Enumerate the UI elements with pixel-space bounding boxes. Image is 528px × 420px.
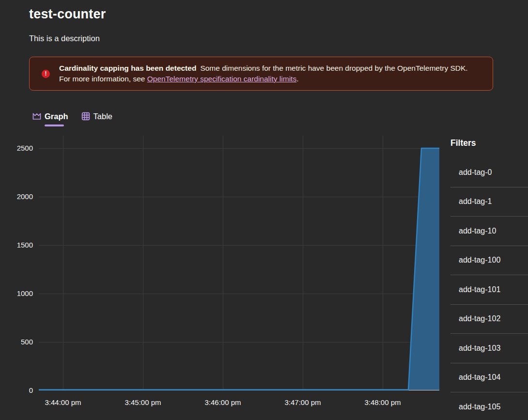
filter-item-add-tag-103[interactable]: add-tag-103	[450, 334, 528, 363]
filter-item-add-tag-101[interactable]: add-tag-101	[450, 275, 528, 305]
tab-table[interactable]: Table	[81, 109, 113, 126]
y-tick-label: 500	[0, 338, 33, 346]
filter-item-add-tag-102[interactable]: add-tag-102	[450, 305, 528, 334]
series-area	[39, 136, 439, 390]
banner-line2-suffix: .	[296, 75, 298, 83]
x-tick-label: 3:45:00 pm	[111, 398, 174, 406]
banner-line2-prefix: For more information, see	[59, 75, 147, 83]
banner-line-2: For more information, see OpenTelemetry …	[59, 74, 468, 84]
tab-graph-label: Graph	[45, 112, 68, 121]
filter-item-add-tag-10[interactable]: add-tag-10	[450, 217, 528, 246]
tab-table-label: Table	[93, 112, 112, 121]
filters-panel: Filters add-tag-0 add-tag-1 add-tag-10 a…	[450, 138, 528, 420]
filter-list: add-tag-0 add-tag-1 add-tag-10 add-tag-1…	[450, 158, 528, 420]
filter-item-add-tag-0[interactable]: add-tag-0	[450, 158, 528, 187]
filter-item-add-tag-100[interactable]: add-tag-100	[450, 246, 528, 276]
y-tick-label: 2000	[0, 192, 33, 201]
page-description: This is a description	[29, 34, 100, 43]
y-tick-label: 0	[0, 386, 33, 395]
line-chart-icon	[32, 111, 42, 121]
x-tick-label: 3:46:00 pm	[191, 398, 254, 406]
banner-text: Cardinality capping has been detectedSom…	[59, 63, 468, 84]
cardinality-warning-banner: ! Cardinality capping has been detectedS…	[29, 57, 493, 91]
cardinality-limits-link[interactable]: OpenTelemetry specification cardinality …	[147, 75, 296, 83]
banner-line-1: Cardinality capping has been detectedSom…	[59, 63, 468, 74]
filter-item-add-tag-104[interactable]: add-tag-104	[450, 363, 528, 393]
tab-graph-active-indicator	[45, 124, 64, 126]
error-icon: !	[42, 70, 50, 78]
plot-area[interactable]	[39, 136, 439, 390]
banner-message: Some dimensions for the metric have been…	[200, 64, 467, 72]
grid-icon	[81, 111, 91, 121]
x-tick-label: 3:44:00 pm	[31, 398, 94, 406]
y-tick-label: 1000	[0, 289, 33, 298]
metric-chart: 2500 2000 1500 1000 500 0 3:44:00 pm 3:4…	[0, 131, 528, 420]
filter-item-add-tag-105[interactable]: add-tag-105	[450, 392, 528, 420]
x-tick-label: 3:47:00 pm	[271, 398, 334, 406]
y-tick-label: 1500	[0, 241, 33, 249]
filters-title: Filters	[450, 138, 528, 148]
view-tabs: Graph Table	[32, 109, 113, 126]
tab-graph[interactable]: Graph	[32, 109, 68, 126]
filter-item-add-tag-1[interactable]: add-tag-1	[450, 187, 528, 217]
x-tick-label: 3:48:00 pm	[351, 398, 414, 406]
page-title: test-counter	[29, 7, 106, 22]
banner-title: Cardinality capping has been detected	[59, 64, 196, 72]
y-tick-label: 2500	[0, 144, 33, 153]
